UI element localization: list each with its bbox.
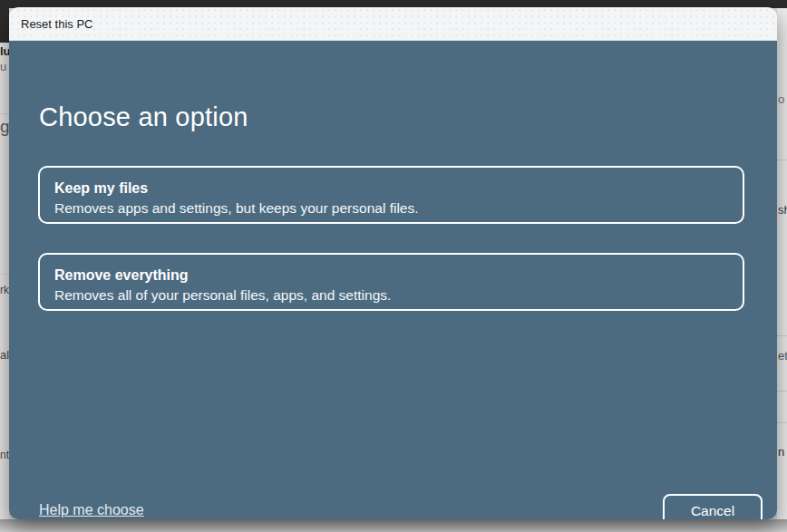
background-text-fragment: g — [0, 118, 10, 135]
background-text-fragment: al — [0, 349, 9, 361]
reset-this-pc-dialog: Reset this PC Choose an option Keep my f… — [9, 7, 777, 519]
keep-my-files-option[interactable]: Keep my files Removes apps and settings,… — [38, 166, 744, 224]
background-divider — [0, 274, 9, 275]
help-me-choose-link[interactable]: Help me choose — [39, 502, 144, 518]
background-text-fragment: rk — [0, 285, 9, 295]
background-divider — [777, 335, 787, 336]
background-text-fragment: et — [778, 350, 787, 362]
background-divider — [777, 160, 787, 160]
background-text-fragment: sh — [778, 204, 787, 216]
option-title: Keep my files — [54, 179, 728, 198]
option-title: Remove everything — [54, 266, 728, 285]
option-description: Removes apps and settings, but keeps you… — [54, 198, 728, 218]
background-divider — [0, 113, 9, 114]
background-dark-block — [0, 8, 9, 43]
dialog-body: Choose an option Keep my files Removes a… — [9, 41, 777, 519]
background-left-edge: lu u g rk al nt g — [0, 8, 9, 519]
page-title: Choose an option — [39, 102, 248, 132]
background-divider — [777, 391, 787, 392]
dialog-shadow-strip — [0, 519, 787, 532]
background-text-fragment: n — [778, 446, 784, 458]
background-right-edge: o sh et n — [777, 8, 787, 519]
remove-everything-option[interactable]: Remove everything Removes all of your pe… — [38, 253, 744, 311]
background-text-fragment: u — [0, 61, 6, 73]
background-text-fragment: nt — [0, 450, 9, 460]
cancel-button[interactable]: Cancel — [663, 494, 763, 519]
background-text-fragment: o — [778, 93, 784, 105]
dialog-titlebar[interactable]: Reset this PC — [9, 7, 777, 41]
dialog-title: Reset this PC — [21, 17, 92, 31]
option-description: Removes all of your personal files, apps… — [54, 285, 728, 305]
background-divider — [777, 422, 787, 423]
